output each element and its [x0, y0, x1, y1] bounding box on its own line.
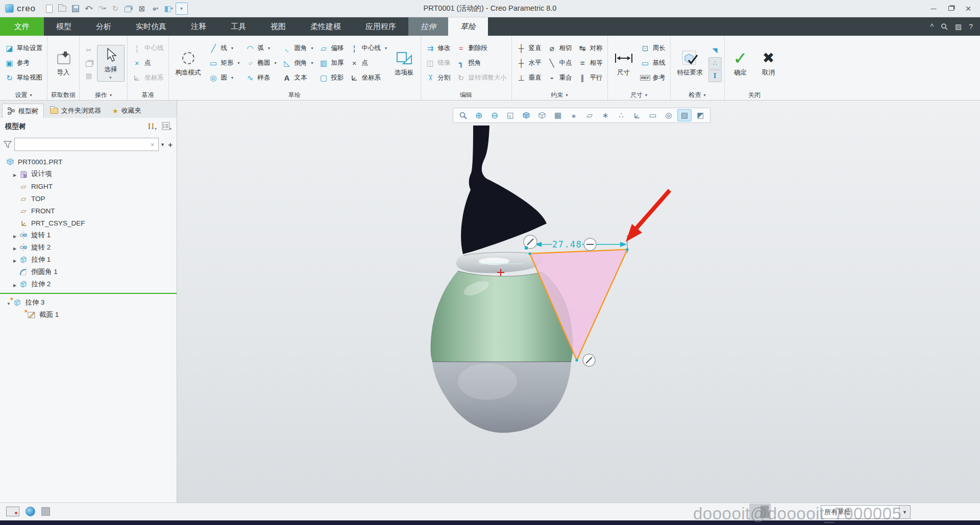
copy-button[interactable] — [82, 57, 95, 69]
offset-button[interactable]: ▱偏移 — [317, 41, 346, 56]
model-handle[interactable] — [461, 126, 547, 254]
paste-button[interactable]: ▤ — [82, 70, 95, 82]
highlight-open-ends-button[interactable]: ∴ — [708, 57, 722, 69]
selection-buffer-icon[interactable] — [41, 507, 50, 516]
vertical-constraint-button[interactable]: ┼竖直 — [514, 41, 544, 56]
dimension-button[interactable]: 尺寸 — [610, 48, 637, 78]
horizontal-constraint-button[interactable]: ┼水平 — [514, 56, 544, 70]
appearance-button[interactable]: ●▾ — [149, 3, 161, 15]
tree-item-extrude-3[interactable]: * 拉伸 3 — [0, 296, 177, 309]
tree-item-top-plane[interactable]: ▱ TOP — [0, 192, 177, 205]
tree-item-design-items[interactable]: 设计项 — [0, 168, 177, 180]
tree-filter-input[interactable] — [14, 138, 159, 151]
model-globe-icon[interactable] — [26, 507, 35, 516]
search-icon[interactable] — [941, 23, 948, 30]
coincident-constraint-button[interactable]: ◦重合 — [545, 71, 574, 85]
group-label-dimension[interactable]: 尺寸 — [610, 90, 668, 100]
group-label-inspect[interactable]: 检查 — [673, 90, 722, 100]
group-label-settings[interactable]: 设置 — [3, 90, 44, 100]
tab-extrude[interactable]: 拉伸 — [408, 17, 448, 36]
new-file-button[interactable] — [43, 3, 55, 15]
cut-button[interactable]: ✂ — [82, 44, 95, 57]
group-label-operations[interactable]: 操作 — [82, 90, 125, 100]
import-button[interactable]: 导入 — [50, 48, 77, 78]
spline-button[interactable]: ∿样条 — [243, 71, 279, 85]
tree-item-csys[interactable]: PRT_CSYS_DEF — [0, 217, 177, 229]
filter-clear-icon[interactable]: × — [151, 141, 159, 148]
tab-favorites[interactable]: ★ 收藏夹 — [107, 104, 146, 118]
close-window-button[interactable]: ⊠ — [136, 3, 148, 15]
tree-item-revolve-2[interactable]: 旋转 2 — [0, 241, 177, 254]
corner-button[interactable]: ┓拐角 — [454, 56, 509, 70]
tab-flexible-modeling[interactable]: 柔性建模 — [298, 17, 353, 36]
tab-tools[interactable]: 工具 — [218, 17, 258, 36]
notification-screen-icon[interactable] — [6, 507, 19, 516]
collapse-ribbon-icon[interactable]: ^ — [930, 22, 934, 31]
tab-live-simulation[interactable]: 实时仿真 — [124, 17, 179, 36]
expander-icon[interactable] — [11, 170, 18, 178]
tab-model[interactable]: 模型 — [44, 17, 84, 36]
expander-icon[interactable] — [11, 244, 18, 252]
close-button[interactable]: × — [961, 3, 976, 15]
tree-item-round-1[interactable]: 倒圆角 1 — [0, 266, 177, 278]
expander-icon[interactable] — [11, 281, 18, 288]
expander-icon[interactable] — [11, 256, 18, 264]
expander-icon[interactable] — [11, 232, 18, 239]
tab-folder-browser[interactable]: 文件夹浏览器 — [45, 104, 106, 118]
redo-dropdown-icon[interactable]: ▾ — [104, 6, 106, 11]
display-style-dropdown-icon[interactable]: ▾ — [171, 6, 173, 11]
regenerate-button[interactable]: ↻ — [109, 3, 121, 15]
perimeter-dimension-button[interactable]: ⊡周长 — [639, 41, 668, 56]
undo-button[interactable]: ↶▾ — [83, 3, 95, 15]
references-button[interactable]: ▣参考 — [3, 56, 44, 70]
shade-closed-loops-button[interactable]: ◥ — [708, 44, 722, 57]
mirror-button[interactable]: ◫镜像 — [424, 56, 453, 70]
line-button[interactable]: ╱线 — [207, 41, 242, 56]
graphics-area[interactable]: ⊕ ⊖ ◱ ▦ ● ▱ ∗ ∴ ▭ ◎ ▨ ◩ — [177, 101, 980, 503]
options-icon[interactable]: ▨ — [955, 22, 962, 31]
sketch-point-button[interactable]: ×点 — [348, 56, 389, 70]
tree-tools-dropdown-icon[interactable]: ▾ — [155, 127, 157, 131]
circle-button[interactable]: ◎圆 — [207, 71, 242, 85]
switch-windows-button[interactable]: ▾ — [122, 3, 135, 15]
help-icon[interactable]: ? — [969, 22, 973, 31]
tab-file[interactable]: 文件 — [0, 17, 44, 36]
dimension-value[interactable]: 27.48 — [552, 239, 582, 249]
tree-item-section-1[interactable]: * 截面 1 — [0, 309, 177, 321]
reference-dimension-button[interactable]: REF参考 — [639, 71, 668, 85]
tangent-constraint-button[interactable]: ⌀相切 — [545, 41, 574, 56]
equal-constraint-button[interactable]: =相等 — [576, 56, 605, 70]
rotate-resize-button[interactable]: ↻旋转调整大小 — [454, 71, 509, 85]
tree-item-right-plane[interactable]: ▱ RIGHT — [0, 180, 177, 192]
project-button[interactable]: ▢投影 — [317, 71, 346, 85]
filter-dropdown-icon[interactable]: ▾ — [160, 141, 165, 148]
tree-item-extrude-1[interactable]: 拉伸 1 — [0, 254, 177, 266]
ellipse-button[interactable]: ○椭圆 — [243, 56, 279, 70]
tree-tools-icon[interactable]: ▾ — [147, 122, 157, 132]
rectangle-button[interactable]: ▭矩形 — [207, 56, 242, 70]
tab-sketch[interactable]: 草绘 — [448, 17, 488, 36]
parallel-constraint-button[interactable]: ∥平行 — [576, 71, 605, 85]
modify-button[interactable]: ⇉修改 — [424, 41, 453, 56]
palette-button[interactable]: 选项板 — [390, 48, 418, 78]
save-button[interactable] — [69, 3, 82, 15]
ok-button[interactable]: ✓ 确定 — [727, 48, 754, 78]
divide-button[interactable]: ✂分割 — [424, 71, 453, 85]
datum-csys-button[interactable]: 坐标系 — [130, 71, 166, 85]
midpoint-constraint-button[interactable]: ╲中点 — [545, 56, 574, 70]
arc-button[interactable]: ◠弧 — [243, 41, 279, 56]
tree-item-front-plane[interactable]: ▱ FRONT — [0, 205, 177, 217]
cancel-button[interactable]: ✖ 取消 — [755, 48, 782, 78]
chamfer-button[interactable]: ◺倒角 — [280, 56, 315, 70]
sketch-view-button[interactable]: ↻草绘视图 — [3, 71, 44, 85]
tree-display-list-icon[interactable]: ▾ — [162, 122, 172, 132]
fillet-button[interactable]: ◟圆角 — [280, 41, 315, 56]
selection-filter-dropdown-icon[interactable]: ▼ — [899, 506, 910, 518]
tab-view[interactable]: 视图 — [258, 17, 298, 36]
tab-annotate[interactable]: 注释 — [179, 17, 218, 36]
customize-toolbar-button[interactable]: ▾ — [176, 3, 188, 15]
tab-analysis[interactable]: 分析 — [84, 17, 124, 36]
sketch-endpoint-handle-top[interactable] — [524, 235, 537, 249]
undo-dropdown-icon[interactable]: ▾ — [91, 6, 93, 11]
baseline-dimension-button[interactable]: ▭基线 — [639, 56, 668, 70]
